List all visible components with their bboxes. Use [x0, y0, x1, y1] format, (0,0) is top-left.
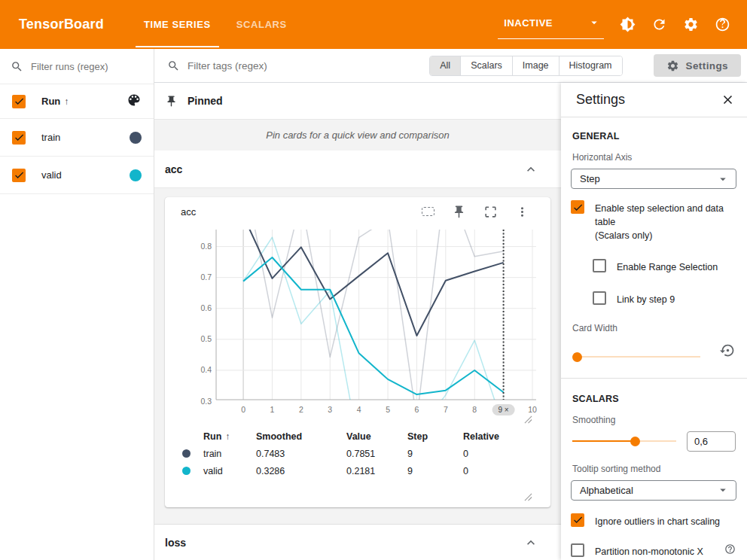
partition-help-button[interactable]: [724, 543, 736, 555]
help-button[interactable]: [714, 17, 730, 33]
settings-panel-button[interactable]: Settings: [654, 54, 741, 77]
smoothing-control: [571, 431, 736, 452]
range-selection-checkbox[interactable]: [593, 259, 606, 272]
search-icon: [11, 60, 23, 73]
section-header-loss[interactable]: loss: [154, 524, 561, 560]
reset-card-width-button[interactable]: [720, 342, 736, 358]
tag-filter: [167, 59, 429, 72]
horizontal-axis-label: Horizontal Axis: [572, 152, 736, 163]
smoothing-value-input[interactable]: [687, 431, 736, 452]
svg-text:0.3: 0.3: [200, 397, 212, 406]
card-width-slider[interactable]: [572, 352, 700, 362]
run-row-valid[interactable]: valid: [0, 157, 154, 194]
col-step[interactable]: Step: [407, 428, 463, 445]
card-title: acc: [181, 206, 196, 218]
svg-text:8: 8: [472, 405, 477, 414]
slider-thumb[interactable]: [572, 352, 582, 362]
pin-icon: [165, 95, 178, 108]
horizontal-axis-dropdown[interactable]: Step: [571, 169, 736, 189]
runs-sidebar: Run ↑ train valid: [0, 49, 154, 560]
app-header: TensorBoard TIME SERIES SCALARS INACTIVE: [0, 0, 747, 49]
reload-status-select[interactable]: INACTIVE: [498, 10, 604, 39]
tag-filter-input[interactable]: [188, 60, 423, 72]
cell-value: 0.2181: [346, 462, 407, 479]
card-width-control: [571, 339, 736, 362]
step-selection-checkbox[interactable]: [571, 200, 584, 214]
run-color-dot[interactable]: [130, 132, 142, 144]
svg-text:0.8: 0.8: [200, 242, 212, 251]
runs-column-label[interactable]: Run: [41, 96, 60, 107]
scalars-section-heading: SCALARS: [572, 394, 736, 404]
run-color-palette-button[interactable]: [127, 93, 142, 111]
svg-text:0.5: 0.5: [200, 334, 212, 343]
chart-resize-handle[interactable]: [524, 413, 532, 422]
runs-filter-row: [0, 49, 154, 84]
brightness-icon: [620, 17, 636, 32]
tensorboard-logo: TensorBoard: [19, 17, 104, 32]
card-menu-button[interactable]: [515, 205, 529, 219]
palette-icon: [127, 93, 142, 108]
svg-text:7: 7: [444, 405, 448, 414]
run-color-dot[interactable]: [130, 169, 142, 181]
fullscreen-card-button[interactable]: [483, 205, 498, 219]
svg-text:3: 3: [328, 405, 332, 414]
run-train-checkbox[interactable]: [12, 131, 26, 145]
col-relative[interactable]: Relative: [463, 428, 523, 445]
table-resize-handle[interactable]: [524, 491, 532, 499]
tab-scalars[interactable]: SCALARS: [224, 0, 300, 49]
cell-relative: 0: [463, 462, 523, 479]
run-row-train[interactable]: train: [0, 119, 154, 157]
select-all-runs-checkbox[interactable]: [12, 95, 26, 108]
caret-down-icon: [716, 172, 730, 186]
toggle-histogram[interactable]: Histogram: [559, 56, 622, 75]
partition-x-axis-checkbox[interactable]: [571, 543, 584, 557]
svg-text:9 ×: 9 ×: [499, 406, 509, 414]
run-label: train: [41, 132, 60, 143]
link-by-step-checkbox[interactable]: [593, 291, 606, 305]
svg-text:0.6: 0.6: [200, 303, 212, 312]
tooltip-sorting-dropdown[interactable]: Alphabetical: [571, 480, 736, 501]
gear-icon: [666, 59, 679, 72]
toggle-image[interactable]: Image: [513, 56, 559, 75]
cell-smoothed: 0.3286: [256, 462, 346, 479]
svg-text:2: 2: [299, 405, 303, 414]
close-icon: [721, 93, 735, 107]
section-header-acc[interactable]: acc: [154, 151, 561, 188]
chevron-up-icon: [523, 535, 538, 550]
col-run[interactable]: Run↑: [203, 428, 256, 445]
tab-time-series[interactable]: TIME SERIES: [131, 0, 224, 49]
data-table-toggle-button[interactable]: [422, 207, 434, 216]
svg-text:0: 0: [241, 405, 245, 414]
smoothing-slider[interactable]: [572, 436, 676, 446]
chevron-up-icon: [523, 162, 538, 177]
col-smoothed[interactable]: Smoothed: [256, 428, 346, 445]
acc-line-chart[interactable]: 0.30.40.50.60.70.8012345678109 ×: [175, 226, 539, 418]
toggle-scalars[interactable]: Scalars: [461, 56, 513, 75]
sort-ascending-icon: ↑: [225, 431, 230, 442]
runs-filter-input[interactable]: [31, 61, 143, 72]
collapse-section-button[interactable]: [523, 162, 538, 177]
header-actions: INACTIVE: [498, 0, 747, 49]
dark-mode-toggle-button[interactable]: [619, 17, 636, 33]
global-settings-button[interactable]: [682, 17, 699, 33]
general-section-heading: GENERAL: [572, 131, 736, 142]
pin-icon: [452, 205, 466, 219]
collapse-section-button[interactable]: [523, 535, 538, 550]
tag-filter-bar: All Scalars Image Histogram Settings: [154, 49, 747, 83]
svg-text:0.7: 0.7: [200, 272, 212, 282]
pin-card-button[interactable]: [452, 205, 466, 219]
col-value[interactable]: Value: [346, 428, 407, 445]
tag-type-toggle-group: All Scalars Image Histogram: [429, 56, 622, 76]
svg-text:1: 1: [270, 405, 275, 414]
smoothing-label: Smoothing: [572, 415, 736, 425]
close-settings-button[interactable]: [721, 93, 735, 107]
run-valid-checkbox[interactable]: [12, 169, 26, 182]
ignore-outliers-checkbox[interactable]: [571, 513, 584, 527]
refresh-button[interactable]: [651, 17, 667, 33]
status-label: INACTIVE: [504, 17, 553, 29]
toggle-all[interactable]: All: [430, 56, 461, 75]
settings-panel-header: Settings: [561, 83, 747, 117]
help-outline-icon: [724, 543, 736, 555]
slider-thumb[interactable]: [630, 437, 640, 446]
sort-ascending-icon[interactable]: ↑: [64, 96, 69, 107]
